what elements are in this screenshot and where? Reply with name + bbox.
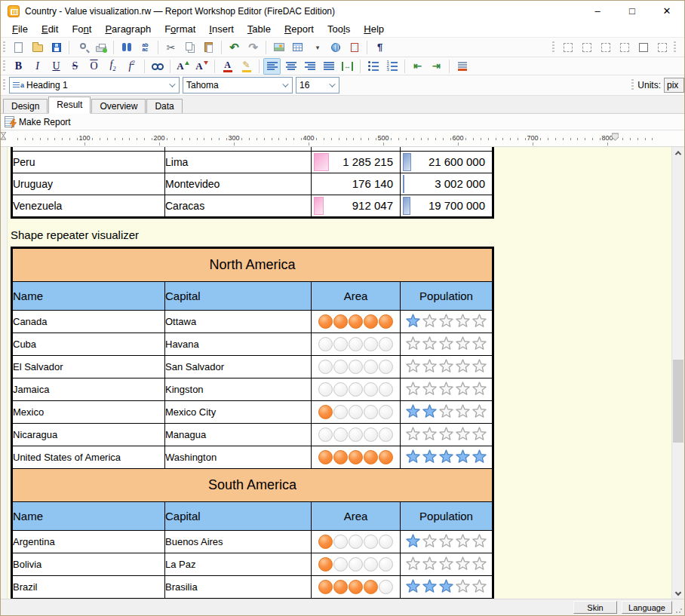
circle-empty-icon [379,382,393,397]
minimize-button[interactable]: – [580,1,615,21]
italic-button[interactable]: I [29,58,46,75]
indent-decrease-button[interactable]: ⇤ [409,58,426,75]
pilcrow-button[interactable]: ¶ [371,39,389,56]
toolbar-grip[interactable] [3,79,5,91]
subscript-button[interactable]: f2 [104,58,121,75]
table-row: BrazilBrasilia [13,575,493,598]
menu-report[interactable]: Report [278,22,321,36]
paragraph-color-button[interactable] [453,58,471,75]
toolbar-grip[interactable] [631,79,634,91]
menu-format[interactable]: Format [158,22,202,36]
resize-grip[interactable] [675,606,683,614]
menu-font[interactable]: Font [65,22,98,36]
menu-paragraph[interactable]: Paragraph [98,22,158,36]
menu-insert[interactable]: Insert [202,22,241,36]
star-rating [401,401,492,423]
scrollbar-thumb[interactable] [673,360,683,443]
save-button[interactable] [48,39,65,56]
hyperlink-button[interactable] [327,39,344,56]
vertical-scrollbar[interactable] [671,147,684,599]
align-right-button[interactable] [301,58,318,75]
scroll-down-button[interactable] [672,587,684,599]
tab-overview[interactable]: Overview [91,99,146,113]
tab-data[interactable]: Data [146,99,182,113]
strikethrough-button[interactable]: S [66,58,84,75]
insert-image-button[interactable] [270,39,287,56]
replace-button[interactable]: abac [137,39,154,56]
scroll-up-button[interactable] [672,147,684,159]
right-indent-marker[interactable] [612,132,619,143]
toolbar-grip[interactable] [3,60,5,72]
find-button[interactable] [118,39,135,56]
paragraph-style-combo[interactable]: a Heading 1 [9,77,180,93]
font-size-combo[interactable]: 16 [296,77,339,93]
border-style-5-button[interactable] [634,39,652,56]
bullet-list-button[interactable] [364,58,382,75]
table-dropdown-button[interactable]: ▾ [308,39,325,56]
left-indent-marker[interactable] [1,132,6,143]
print-button[interactable] [92,39,109,56]
print-preview-button[interactable] [73,39,91,56]
tab-result[interactable]: Result [48,97,91,114]
area-rating-cell [312,355,401,378]
insert-table-button[interactable] [289,39,306,56]
new-document-button[interactable] [10,39,27,56]
align-left-button[interactable] [263,58,281,75]
fit-width-button[interactable]: ↔ [339,58,356,75]
border-style-2-button[interactable] [578,39,595,56]
circle-filled-icon [379,314,393,329]
column-header-row: NameCapitalAreaPopulation [13,501,493,530]
font-increase-button[interactable]: A [174,58,192,75]
toolbar-separator [170,60,170,73]
toolbar-grip[interactable] [3,41,5,54]
cut-button[interactable]: ✂ [162,39,180,56]
ruler-tick [54,138,55,140]
make-report-button[interactable]: Make Report [5,116,71,127]
align-justify-button[interactable] [320,58,337,75]
menu-help[interactable]: Help [357,22,391,36]
indent-increase-button[interactable]: ⇥ [428,58,445,75]
language-button[interactable]: Language [622,601,672,614]
ruler-tick [189,138,190,140]
undo-button[interactable]: ↶ [226,39,243,56]
open-folder-icon [32,42,43,52]
font-color-button[interactable]: A [219,58,236,75]
shape-repeater-table: North AmericaNameCapitalAreaPopulationCa… [11,247,494,599]
paste-special-button[interactable] [346,39,363,56]
border-style-4-button[interactable] [616,39,633,56]
menu-tools[interactable]: Tools [321,22,357,36]
redo-button[interactable]: ↷ [244,39,262,56]
highlight-color-button[interactable]: ✎ [238,58,255,75]
border-style-6-button[interactable] [653,39,671,56]
tab-design[interactable]: Design [3,99,48,113]
circle-empty-icon [333,382,348,397]
superscript-button[interactable]: f2 [123,58,140,75]
menu-table[interactable]: Table [241,22,278,36]
star-empty-icon [422,336,438,351]
border-style-3-button[interactable] [597,39,614,56]
bold-button[interactable]: B [10,58,27,75]
population-value-bar [403,153,411,171]
open-folder-button[interactable] [29,39,46,56]
menu-edit[interactable]: Edit [35,22,65,36]
units-selector[interactable]: pix [664,78,684,93]
menu-file[interactable]: File [5,22,35,36]
close-button[interactable]: ✕ [650,1,684,21]
toolbar-grip[interactable] [674,41,676,54]
toolbar-grip[interactable] [552,41,554,54]
glasses-button[interactable] [149,58,166,75]
font-name-combo[interactable]: Tahoma [183,77,293,93]
circle-filled-icon [318,557,333,572]
maximize-button[interactable]: □ [615,1,650,21]
border-style-1-button[interactable] [559,39,576,56]
star-empty-icon [455,556,471,572]
numbered-list-button[interactable]: 123 [383,58,401,75]
circle-filled-icon [333,580,348,594]
align-center-button[interactable] [282,58,299,75]
skin-button[interactable]: Skin [573,601,617,614]
overline-button[interactable]: O [85,58,103,75]
copy-button[interactable] [181,39,198,56]
font-decrease-button[interactable]: A [193,58,210,75]
underline-button[interactable]: U [48,58,65,75]
paste-button[interactable] [200,39,217,56]
